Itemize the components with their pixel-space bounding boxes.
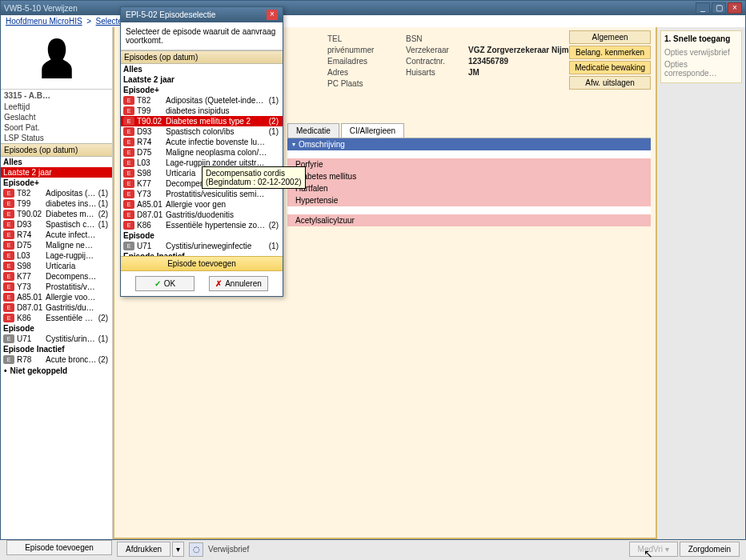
side-button[interactable]: Belang. kenmerken xyxy=(569,46,651,59)
dialog-episode-list[interactable]: Alles Laatste 2 jaar Episode+ ET82Adipos… xyxy=(121,64,283,256)
dialog-group-episode[interactable]: Episode xyxy=(121,230,283,241)
episode-row[interactable]: ED93Spastisch col…(1) xyxy=(1,219,112,230)
episode-row[interactable]: EK77Decompensa… xyxy=(1,271,112,282)
episode-row[interactable]: EL03Lage-rugpijn… xyxy=(1,250,112,261)
dialog-title: EPI-5-02 Episodeselectie xyxy=(126,10,215,19)
episode-selection-dialog: EPI-5-02 Episodeselectie × Selecteer de … xyxy=(120,6,283,297)
episodes-panel-title: Episodes (op datum) xyxy=(1,143,112,157)
episode-icon: E xyxy=(3,355,14,364)
episode-icon: E xyxy=(3,314,14,322)
zorgdomein-button[interactable]: Zorgdomein xyxy=(680,542,740,557)
episode-row[interactable]: ED87.01Gastritis/duodenitis xyxy=(121,210,283,220)
allergy-row[interactable]: Diabetes mellitus xyxy=(287,170,651,182)
ok-button[interactable]: ✓OK xyxy=(135,276,195,291)
episode-row[interactable]: ER74Acute infecti… xyxy=(1,230,112,240)
episode-icon: E xyxy=(123,210,134,219)
episode-row[interactable]: ED87.01Gastritis/duo… xyxy=(1,302,112,313)
episode-row[interactable]: ED75Maligne neoplasma colon/rectum xyxy=(121,147,283,158)
grid-header[interactable]: Omschrijving xyxy=(287,138,651,150)
patient-id-name: 3315 - A.B… xyxy=(1,90,112,102)
episode-icon: E xyxy=(123,106,134,115)
episode-row[interactable]: ET82Adipositas (…(1) xyxy=(1,188,112,198)
episode-code: T82 xyxy=(17,189,46,198)
episode-icon: E xyxy=(123,190,134,198)
episode-row[interactable]: ET82Adipositas (Quetelet-index >30)(1) xyxy=(121,95,283,106)
episode-row[interactable]: EK86Essentiële h…(2) xyxy=(1,313,112,323)
patient-header-right: BSNVerzekeraarVGZ Zorgverzekeraar Nijmeg… xyxy=(398,32,596,91)
episode-code: K77 xyxy=(17,272,46,281)
group-laatste-2-jaar[interactable]: Laatste 2 jaar xyxy=(1,167,112,178)
episode-text: Cystitis/urineweginfectie xyxy=(166,242,267,250)
group-alles[interactable]: Alles xyxy=(1,157,112,167)
episode-code: T90.02 xyxy=(137,117,166,126)
episode-icon: E xyxy=(3,272,14,281)
episode-code: T82 xyxy=(137,96,166,105)
episode-row[interactable]: EU71Cystitis/urin…(1) xyxy=(1,334,112,344)
allergy-row[interactable]: Porfyrie xyxy=(287,158,651,170)
episode-icon: E xyxy=(123,158,134,167)
tab-bar: Medicatie CI/Allergieen xyxy=(287,123,651,138)
maximize-button[interactable]: ▢ xyxy=(712,2,726,14)
minimize-button[interactable]: _ xyxy=(696,2,710,14)
group-episode-plus[interactable]: Episode+ xyxy=(1,178,112,188)
group-episode[interactable]: Episode xyxy=(1,323,112,334)
dialog-group-l2j[interactable]: Laatste 2 jaar xyxy=(121,74,283,85)
episode-row[interactable]: ES98Urticaria xyxy=(1,261,112,271)
episode-text: Diabetes mel… xyxy=(46,210,97,218)
dialog-instruction: Selecteer de episode waaruit de aanvraag… xyxy=(121,22,283,50)
dialog-group-alles[interactable]: Alles xyxy=(121,64,283,74)
cancel-button[interactable]: ✗Annuleren xyxy=(209,276,268,291)
window-title: VWB-5-10 Verwijzen xyxy=(4,4,78,13)
episode-text: Maligne neo… xyxy=(46,241,97,250)
episode-icon: E xyxy=(3,220,14,229)
episode-row[interactable]: ED93Spastisch colon/ibs(1) xyxy=(121,126,283,137)
episode-row[interactable]: EY73Prostatitis/v… xyxy=(1,282,112,292)
afdrukken-dropdown[interactable]: ▾ xyxy=(172,542,184,557)
side-button[interactable]: Algemeen xyxy=(569,30,651,44)
episode-toevoegen-button[interactable]: Episode toevoegen xyxy=(6,540,112,555)
episode-count: (1) xyxy=(267,127,280,136)
medvri-button[interactable]: MedVri ▾ xyxy=(629,542,678,557)
allergy-row[interactable]: Hartfalen xyxy=(287,182,651,194)
allergy-row[interactable]: Hypertensie xyxy=(287,194,651,206)
opties-verwijsbrief[interactable]: Opties verwijsbrief xyxy=(664,46,738,58)
episode-code: D87.01 xyxy=(17,303,46,312)
episode-count: (2) xyxy=(267,117,280,126)
episode-row[interactable]: EU71Cystitis/urineweginfectie(1) xyxy=(121,241,283,251)
episode-row[interactable]: ET90.02Diabetes mel…(2) xyxy=(1,209,112,219)
episode-icon: E xyxy=(3,303,14,312)
dialog-group-epplus[interactable]: Episode+ xyxy=(121,85,283,95)
niet-gekoppeld[interactable]: Niet gekoppeld xyxy=(1,365,112,377)
episode-row[interactable]: EK86Essentiële hypertensie zonder org…(2… xyxy=(121,220,283,230)
episode-icon: E xyxy=(3,199,14,208)
tab-ci-allergieen[interactable]: CI/Allergieen xyxy=(341,123,404,138)
group-episode-inactief[interactable]: Episode Inactief xyxy=(1,344,112,354)
episode-row[interactable]: ER78Acute bronc…(2) xyxy=(1,354,112,365)
episode-row[interactable]: ET99diabetes insi…(1) xyxy=(1,198,112,209)
dialog-close-button[interactable]: × xyxy=(267,10,278,20)
afdrukken-button[interactable]: Afdrukken xyxy=(117,542,170,557)
episode-row[interactable]: EA85.01Allergie voor gen xyxy=(121,199,283,210)
episode-row[interactable]: ET90.02Diabetes mellitus type 2(2) xyxy=(121,116,283,126)
episode-row[interactable]: ED75Maligne neo… xyxy=(1,240,112,250)
allergy-row[interactable]: Acetylsalicylzuur xyxy=(287,214,651,226)
episode-code: R78 xyxy=(17,355,46,364)
side-button[interactable]: Afw. uitslagen xyxy=(569,76,651,90)
dialog-episode-toevoegen[interactable]: Episode toevoegen xyxy=(121,256,283,271)
left-episode-list[interactable]: Alles Laatste 2 jaar Episode+ ET82Adipos… xyxy=(1,157,112,377)
opties-correspondentie[interactable]: Opties corresponde… xyxy=(664,58,738,79)
episode-row[interactable]: ER74Acute infectie bovenste luchtwegen xyxy=(121,137,283,147)
crumb-home[interactable]: Hoofdmenu MicroHIS xyxy=(6,17,82,26)
episode-row[interactable]: ET99diabetes insipidus xyxy=(121,106,283,116)
episode-row[interactable]: EA85.01Allergie voor… xyxy=(1,292,112,302)
tab-medicatie[interactable]: Medicatie xyxy=(287,123,339,138)
refresh-icon[interactable]: ◌ xyxy=(189,542,203,557)
episode-icon: E xyxy=(123,138,134,146)
episode-text: Gastritis/duodenitis xyxy=(166,210,267,219)
episode-row[interactable]: EY73Prostatitis/vesiculitis seminalis xyxy=(121,189,283,199)
close-button[interactable]: × xyxy=(728,2,742,14)
episode-text: diabetes insi… xyxy=(46,199,97,208)
episode-code: U71 xyxy=(137,242,166,250)
side-button[interactable]: Medicatie bewaking xyxy=(569,61,651,74)
episode-text: Gastritis/duo… xyxy=(46,303,97,312)
